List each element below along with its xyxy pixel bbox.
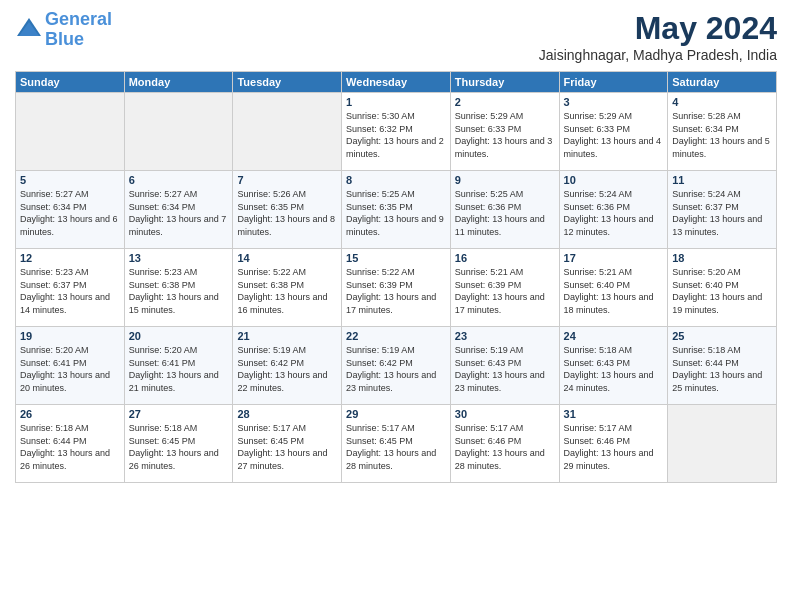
logo-text: General Blue (45, 10, 112, 50)
weekday-header-wednesday: Wednesday (342, 72, 451, 93)
day-cell (16, 93, 125, 171)
day-number: 17 (564, 252, 664, 264)
day-cell: 13Sunrise: 5:23 AMSunset: 6:38 PMDayligh… (124, 249, 233, 327)
day-cell: 11Sunrise: 5:24 AMSunset: 6:37 PMDayligh… (668, 171, 777, 249)
day-cell: 24Sunrise: 5:18 AMSunset: 6:43 PMDayligh… (559, 327, 668, 405)
day-cell: 4Sunrise: 5:28 AMSunset: 6:34 PMDaylight… (668, 93, 777, 171)
day-info: Sunrise: 5:17 AMSunset: 6:45 PMDaylight:… (237, 422, 337, 472)
day-info: Sunrise: 5:27 AMSunset: 6:34 PMDaylight:… (20, 188, 120, 238)
day-number: 9 (455, 174, 555, 186)
day-cell: 7Sunrise: 5:26 AMSunset: 6:35 PMDaylight… (233, 171, 342, 249)
weekday-header-friday: Friday (559, 72, 668, 93)
day-number: 23 (455, 330, 555, 342)
day-info: Sunrise: 5:17 AMSunset: 6:46 PMDaylight:… (564, 422, 664, 472)
day-number: 4 (672, 96, 772, 108)
page: General Blue May 2024 Jaisinghnagar, Mad… (0, 0, 792, 612)
day-cell: 5Sunrise: 5:27 AMSunset: 6:34 PMDaylight… (16, 171, 125, 249)
day-number: 24 (564, 330, 664, 342)
day-info: Sunrise: 5:18 AMSunset: 6:44 PMDaylight:… (672, 344, 772, 394)
weekday-header-tuesday: Tuesday (233, 72, 342, 93)
day-info: Sunrise: 5:19 AMSunset: 6:43 PMDaylight:… (455, 344, 555, 394)
day-info: Sunrise: 5:18 AMSunset: 6:43 PMDaylight:… (564, 344, 664, 394)
day-number: 22 (346, 330, 446, 342)
day-cell: 15Sunrise: 5:22 AMSunset: 6:39 PMDayligh… (342, 249, 451, 327)
weekday-header-thursday: Thursday (450, 72, 559, 93)
day-info: Sunrise: 5:26 AMSunset: 6:35 PMDaylight:… (237, 188, 337, 238)
weekday-header-sunday: Sunday (16, 72, 125, 93)
day-cell: 1Sunrise: 5:30 AMSunset: 6:32 PMDaylight… (342, 93, 451, 171)
day-number: 29 (346, 408, 446, 420)
day-cell: 29Sunrise: 5:17 AMSunset: 6:45 PMDayligh… (342, 405, 451, 483)
day-cell (233, 93, 342, 171)
week-row-1: 5Sunrise: 5:27 AMSunset: 6:34 PMDaylight… (16, 171, 777, 249)
day-cell: 18Sunrise: 5:20 AMSunset: 6:40 PMDayligh… (668, 249, 777, 327)
day-number: 11 (672, 174, 772, 186)
day-number: 15 (346, 252, 446, 264)
day-cell (124, 93, 233, 171)
day-cell: 31Sunrise: 5:17 AMSunset: 6:46 PMDayligh… (559, 405, 668, 483)
day-cell: 22Sunrise: 5:19 AMSunset: 6:42 PMDayligh… (342, 327, 451, 405)
day-number: 6 (129, 174, 229, 186)
day-number: 26 (20, 408, 120, 420)
day-number: 12 (20, 252, 120, 264)
day-number: 3 (564, 96, 664, 108)
day-cell: 6Sunrise: 5:27 AMSunset: 6:34 PMDaylight… (124, 171, 233, 249)
day-info: Sunrise: 5:20 AMSunset: 6:41 PMDaylight:… (129, 344, 229, 394)
day-info: Sunrise: 5:30 AMSunset: 6:32 PMDaylight:… (346, 110, 446, 160)
day-cell: 27Sunrise: 5:18 AMSunset: 6:45 PMDayligh… (124, 405, 233, 483)
day-number: 25 (672, 330, 772, 342)
day-cell: 30Sunrise: 5:17 AMSunset: 6:46 PMDayligh… (450, 405, 559, 483)
day-number: 31 (564, 408, 664, 420)
day-number: 8 (346, 174, 446, 186)
day-cell: 19Sunrise: 5:20 AMSunset: 6:41 PMDayligh… (16, 327, 125, 405)
day-info: Sunrise: 5:21 AMSunset: 6:40 PMDaylight:… (564, 266, 664, 316)
weekday-header-row: SundayMondayTuesdayWednesdayThursdayFrid… (16, 72, 777, 93)
day-cell: 25Sunrise: 5:18 AMSunset: 6:44 PMDayligh… (668, 327, 777, 405)
day-cell: 26Sunrise: 5:18 AMSunset: 6:44 PMDayligh… (16, 405, 125, 483)
day-info: Sunrise: 5:21 AMSunset: 6:39 PMDaylight:… (455, 266, 555, 316)
day-info: Sunrise: 5:24 AMSunset: 6:37 PMDaylight:… (672, 188, 772, 238)
day-number: 7 (237, 174, 337, 186)
day-info: Sunrise: 5:29 AMSunset: 6:33 PMDaylight:… (455, 110, 555, 160)
day-info: Sunrise: 5:28 AMSunset: 6:34 PMDaylight:… (672, 110, 772, 160)
logo: General Blue (15, 10, 112, 50)
day-info: Sunrise: 5:22 AMSunset: 6:39 PMDaylight:… (346, 266, 446, 316)
day-cell (668, 405, 777, 483)
day-cell: 10Sunrise: 5:24 AMSunset: 6:36 PMDayligh… (559, 171, 668, 249)
day-number: 28 (237, 408, 337, 420)
day-number: 27 (129, 408, 229, 420)
day-number: 2 (455, 96, 555, 108)
day-number: 5 (20, 174, 120, 186)
weekday-header-monday: Monday (124, 72, 233, 93)
day-info: Sunrise: 5:24 AMSunset: 6:36 PMDaylight:… (564, 188, 664, 238)
day-number: 20 (129, 330, 229, 342)
day-info: Sunrise: 5:19 AMSunset: 6:42 PMDaylight:… (237, 344, 337, 394)
day-info: Sunrise: 5:27 AMSunset: 6:34 PMDaylight:… (129, 188, 229, 238)
calendar: SundayMondayTuesdayWednesdayThursdayFrid… (15, 71, 777, 483)
location: Jaisinghnagar, Madhya Pradesh, India (539, 47, 777, 63)
day-number: 30 (455, 408, 555, 420)
day-info: Sunrise: 5:25 AMSunset: 6:36 PMDaylight:… (455, 188, 555, 238)
day-info: Sunrise: 5:17 AMSunset: 6:46 PMDaylight:… (455, 422, 555, 472)
day-info: Sunrise: 5:18 AMSunset: 6:44 PMDaylight:… (20, 422, 120, 472)
day-info: Sunrise: 5:17 AMSunset: 6:45 PMDaylight:… (346, 422, 446, 472)
day-number: 1 (346, 96, 446, 108)
day-number: 10 (564, 174, 664, 186)
day-info: Sunrise: 5:23 AMSunset: 6:37 PMDaylight:… (20, 266, 120, 316)
logo-general: General (45, 9, 112, 29)
day-cell: 28Sunrise: 5:17 AMSunset: 6:45 PMDayligh… (233, 405, 342, 483)
weekday-header-saturday: Saturday (668, 72, 777, 93)
day-cell: 2Sunrise: 5:29 AMSunset: 6:33 PMDaylight… (450, 93, 559, 171)
day-cell: 23Sunrise: 5:19 AMSunset: 6:43 PMDayligh… (450, 327, 559, 405)
week-row-2: 12Sunrise: 5:23 AMSunset: 6:37 PMDayligh… (16, 249, 777, 327)
week-row-3: 19Sunrise: 5:20 AMSunset: 6:41 PMDayligh… (16, 327, 777, 405)
day-cell: 8Sunrise: 5:25 AMSunset: 6:35 PMDaylight… (342, 171, 451, 249)
month-title: May 2024 (539, 10, 777, 47)
day-cell: 14Sunrise: 5:22 AMSunset: 6:38 PMDayligh… (233, 249, 342, 327)
day-info: Sunrise: 5:22 AMSunset: 6:38 PMDaylight:… (237, 266, 337, 316)
day-number: 16 (455, 252, 555, 264)
day-info: Sunrise: 5:20 AMSunset: 6:41 PMDaylight:… (20, 344, 120, 394)
day-cell: 9Sunrise: 5:25 AMSunset: 6:36 PMDaylight… (450, 171, 559, 249)
header: General Blue May 2024 Jaisinghnagar, Mad… (15, 10, 777, 63)
day-cell: 21Sunrise: 5:19 AMSunset: 6:42 PMDayligh… (233, 327, 342, 405)
